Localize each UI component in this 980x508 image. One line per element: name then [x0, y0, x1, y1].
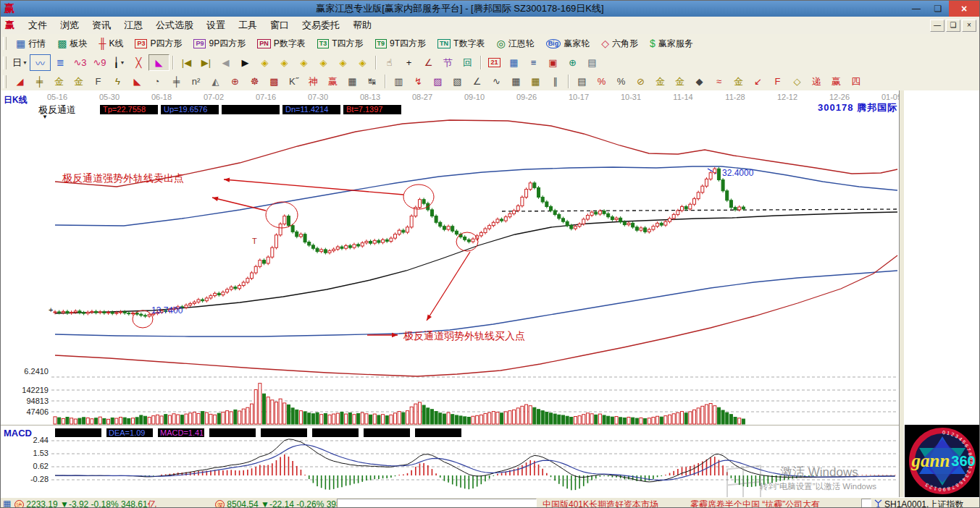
mdi-restore-button[interactable]: ❏	[946, 20, 960, 32]
menu-item-0[interactable]: 文件	[22, 17, 54, 33]
draw-icon-38[interactable]: 金	[729, 74, 748, 89]
draw-icon-9[interactable]: n²	[186, 74, 206, 89]
news-ticker-1[interactable]: 中国版401K长期造好资本市场	[543, 499, 658, 508]
toolbar-button-t-square[interactable]: T3T四方形	[311, 35, 369, 51]
minimize-button[interactable]: —	[905, 1, 927, 17]
nav-wave9[interactable]: ∿9	[90, 55, 109, 70]
nav-festival-tool[interactable]: 节	[438, 55, 458, 70]
draw-icon-26[interactable]: ▦	[506, 74, 526, 89]
draw-icon-15[interactable]: 神	[303, 74, 323, 89]
nav-diamond-h[interactable]: ◈	[294, 55, 314, 70]
draw-icon-8[interactable]: ╪	[167, 74, 186, 89]
nav-diamond-expand[interactable]: ◈	[333, 55, 353, 70]
toolbar-button-p-number-table[interactable]: PNP数字表	[251, 35, 311, 51]
nav-wave-view[interactable]: 〰	[30, 54, 51, 71]
draw-icon-36[interactable]: ◆	[690, 74, 709, 89]
draw-icon-22[interactable]: ▨	[428, 74, 448, 89]
draw-icon-7[interactable]: ◔	[147, 74, 167, 89]
toolbar-button-gann-wheel[interactable]: ◎江恩轮	[490, 35, 540, 51]
nav-chart-type[interactable]: 日▼	[10, 55, 30, 70]
toolbar-button-sectors[interactable]: ▩板块	[51, 35, 93, 51]
nav-channel-display[interactable]: ◣	[148, 54, 169, 71]
menu-item-7[interactable]: 窗口	[264, 17, 296, 33]
nav-notes-view[interactable]: ≣	[51, 55, 70, 70]
draw-icon-41[interactable]: ◇	[787, 74, 807, 89]
menu-item-5[interactable]: 设置	[200, 17, 232, 33]
toolbar-grip[interactable]	[3, 37, 7, 50]
nav-wave3[interactable]: ∿3	[70, 55, 90, 70]
draw-icon-4[interactable]: F	[88, 74, 108, 89]
current-symbol-status[interactable]: SH1A0001,上证指数	[884, 499, 963, 508]
nav-crosshair-tool[interactable]: +	[399, 55, 419, 70]
draw-icon-25[interactable]: ∿	[487, 74, 506, 89]
nav-first-bar[interactable]: |◀	[177, 55, 196, 70]
draw-icon-34[interactable]: 金	[650, 74, 670, 89]
nav-diamond-right[interactable]: ◈	[275, 55, 294, 70]
draw-icon-28[interactable]: ∥	[545, 74, 565, 89]
draw-icon-33[interactable]: ⊘	[631, 74, 650, 89]
draw-icon-1[interactable]: ╪	[30, 74, 49, 89]
toolbar-button-9p-square[interactable]: P99P四方形	[188, 35, 251, 51]
menu-item-3[interactable]: 江恩	[117, 17, 149, 33]
draw-icon-21[interactable]: ↯	[409, 74, 428, 89]
draw-icon-18[interactable]: ↹	[362, 74, 382, 89]
nav-calendar[interactable]: 21	[485, 55, 504, 70]
nav-diamond-cross[interactable]: ◈	[314, 55, 333, 70]
toolbar-button-9t-square[interactable]: T99T四方形	[369, 35, 432, 51]
toolbar-grip[interactable]	[3, 75, 7, 88]
menu-item-6[interactable]: 工具	[232, 17, 264, 33]
draw-icon-6[interactable]: ◣	[127, 74, 147, 89]
draw-icon-5[interactable]: ϟ	[108, 74, 127, 89]
nav-system[interactable]: ▤	[582, 55, 602, 70]
draw-icon-12[interactable]: ☸	[245, 74, 264, 89]
draw-icon-13[interactable]: ▩	[264, 74, 284, 89]
toolbar-button-p-square[interactable]: P3P四方形	[129, 35, 188, 51]
draw-icon-43[interactable]: 赢	[826, 74, 846, 89]
toolbar-button-hexagon[interactable]: ◇六角形	[595, 35, 644, 51]
draw-icon-17[interactable]: ▦	[343, 74, 362, 89]
draw-icon-3[interactable]: 金	[69, 74, 88, 89]
menu-item-2[interactable]: 资讯	[85, 17, 117, 33]
draw-icon-20[interactable]: ▥	[389, 74, 409, 89]
toolbar-button-winner-wheel[interactable]: Big赢家轮	[540, 35, 596, 51]
draw-icon-27[interactable]: ▦	[526, 74, 545, 89]
draw-icon-10[interactable]: ◭	[206, 74, 225, 89]
news-ticker-2[interactable]: 雾霾席卷半个中国 “抗霾”公司大有	[690, 499, 820, 508]
menu-item-4[interactable]: 公式选股	[149, 17, 200, 33]
draw-icon-35[interactable]: 金	[670, 74, 690, 89]
draw-icon-2[interactable]: 金	[49, 74, 69, 89]
nav-memo[interactable]: ≡	[524, 55, 543, 70]
draw-icon-37[interactable]: ≈	[709, 74, 729, 89]
menu-item-9[interactable]: 帮助	[346, 17, 378, 33]
toolbar-button-quotes[interactable]: ▦行情	[10, 35, 51, 51]
draw-icon-39[interactable]: ↙	[748, 74, 768, 89]
draw-icon-31[interactable]: %	[592, 74, 611, 89]
nav-double-k[interactable]: ╳	[129, 55, 148, 70]
nav-last-bar[interactable]: ▶|	[196, 55, 216, 70]
draw-icon-11[interactable]: ⊕	[225, 74, 245, 89]
toolbar-button-kline[interactable]: ╫K线	[93, 35, 129, 51]
nav-candle-style[interactable]: ╽▼	[109, 55, 129, 70]
draw-icon-23[interactable]: ▧	[448, 74, 467, 89]
menu-item-8[interactable]: 交易委托	[296, 17, 346, 33]
close-button[interactable]: ×	[949, 1, 979, 17]
mdi-minimize-button[interactable]: —	[930, 20, 945, 32]
nav-diamond-left[interactable]: ◈	[255, 55, 275, 70]
menu-item-1[interactable]: 浏览	[54, 17, 85, 33]
nav-prev-bar[interactable]: ◀	[216, 55, 235, 70]
nav-save[interactable]: ▣	[543, 55, 563, 70]
nav-export[interactable]: ⊕	[563, 55, 582, 70]
toolbar-button-t-number-table[interactable]: TNT数字表	[432, 35, 490, 51]
mdi-close-button[interactable]: ×	[962, 20, 976, 32]
nav-calculator[interactable]: ▦	[504, 55, 524, 70]
toolbar-button-winner-service[interactable]: $赢家服务	[644, 35, 699, 51]
restore-button[interactable]: ❏	[927, 1, 949, 17]
draw-icon-14[interactable]: K˝	[284, 74, 303, 89]
draw-icon-0[interactable]: ◢	[10, 74, 30, 89]
nav-hand-tool[interactable]: ☝	[380, 55, 399, 70]
draw-icon-16[interactable]: 赢	[323, 74, 343, 89]
sh-index-group[interactable]: 沪 2233.19 ▼-3.92 -0.18% 348.61亿	[14, 499, 156, 508]
toolbar-grip[interactable]	[3, 56, 7, 69]
nav-maze-tool[interactable]: 回	[458, 55, 477, 70]
draw-icon-40[interactable]: F	[768, 74, 787, 89]
